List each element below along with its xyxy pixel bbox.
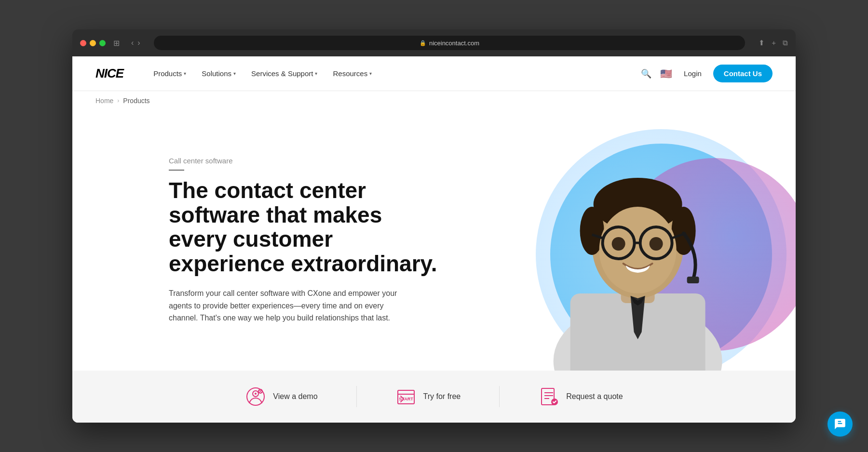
share-icon[interactable]: ⬆ <box>759 39 765 47</box>
chevron-down-icon: ▾ <box>233 71 236 76</box>
svg-point-13 <box>611 237 625 251</box>
demo-icon <box>245 386 266 407</box>
nav-products[interactable]: Products ▾ <box>147 66 193 81</box>
cta-bar: View a demo START Try for free <box>72 371 796 423</box>
browser-actions: ⬆ + ⧉ <box>759 39 788 47</box>
person-svg <box>522 130 753 371</box>
cta-demo[interactable]: View a demo <box>206 386 356 407</box>
hero-description: Transform your call center software with… <box>169 287 410 324</box>
nav-services-label: Services & Support <box>251 69 313 78</box>
cta-free-trial[interactable]: START Try for free <box>357 386 500 407</box>
language-flag[interactable]: 🇺🇸 <box>660 68 672 80</box>
svg-point-14 <box>649 237 663 251</box>
nav-products-label: Products <box>153 69 182 78</box>
lock-icon: 🔒 <box>420 40 426 46</box>
cta-demo-label: View a demo <box>273 392 317 401</box>
forward-button[interactable]: › <box>137 39 140 47</box>
main-nav: Products ▾ Solutions ▾ Services & Suppor… <box>147 66 638 81</box>
search-icon[interactable]: 🔍 <box>638 66 654 82</box>
hero-person <box>522 130 753 371</box>
url-text: niceincontact.com <box>429 40 479 47</box>
minimize-button[interactable] <box>90 40 96 46</box>
close-button[interactable] <box>80 40 86 46</box>
nav-services-support[interactable]: Services & Support ▾ <box>244 66 324 81</box>
windows-icon[interactable]: ⧉ <box>783 39 788 47</box>
cta-quote-label: Request a quote <box>566 392 623 401</box>
nav-resources-label: Resources <box>333 69 367 78</box>
nav-right: 🔍 🇺🇸 Login Contact Us <box>638 65 773 82</box>
contact-us-button[interactable]: Contact Us <box>713 65 773 82</box>
chevron-down-icon: ▾ <box>315 71 317 76</box>
breadcrumb: Home › Products <box>72 91 796 110</box>
site-logo[interactable]: NICE <box>95 66 123 81</box>
breadcrumb-separator: › <box>117 97 119 104</box>
breadcrumb-home[interactable]: Home <box>95 97 113 105</box>
back-button[interactable]: ‹ <box>131 39 134 47</box>
breadcrumb-current: Products <box>123 97 149 105</box>
hero-title: The contact center software that makes e… <box>169 178 439 276</box>
site-header: NICE Products ▾ Solutions ▾ Services & S… <box>72 56 796 91</box>
chevron-down-icon: ▾ <box>184 71 186 76</box>
hero-section: Call center software The contact center … <box>72 110 796 371</box>
website-content: NICE Products ▾ Solutions ▾ Services & S… <box>72 56 796 423</box>
hero-image-area <box>470 110 796 371</box>
chevron-down-icon: ▾ <box>369 71 372 76</box>
traffic-lights <box>80 40 106 46</box>
chat-bubble-button[interactable] <box>827 412 853 437</box>
svg-text:START: START <box>399 397 413 401</box>
sidebar-icon[interactable]: ⊞ <box>113 39 120 48</box>
address-bar[interactable]: 🔒 niceincontact.com <box>154 36 746 50</box>
svg-point-18 <box>255 393 257 395</box>
nav-solutions[interactable]: Solutions ▾ <box>195 66 243 81</box>
cta-quote[interactable]: Request a quote <box>500 386 661 407</box>
svg-rect-15 <box>687 277 699 283</box>
hero-content: Call center software The contact center … <box>72 110 470 371</box>
browser-chrome: ⊞ ‹ › 🔒 niceincontact.com ⬆ + ⧉ <box>72 29 796 56</box>
nav-resources[interactable]: Resources ▾ <box>326 66 379 81</box>
quote-icon <box>538 386 559 407</box>
add-tab-icon[interactable]: + <box>772 39 776 47</box>
browser-window: ⊞ ‹ › 🔒 niceincontact.com ⬆ + ⧉ NICE Pro… <box>72 29 796 423</box>
hero-subtitle: Call center software <box>169 157 447 171</box>
cta-free-label: Try for free <box>423 392 461 401</box>
login-button[interactable]: Login <box>678 66 707 81</box>
nav-solutions-label: Solutions <box>202 69 231 78</box>
fullscreen-button[interactable] <box>99 40 106 46</box>
browser-nav: ‹ › <box>131 39 140 47</box>
free-icon: START <box>395 386 417 407</box>
svg-point-7 <box>599 207 676 293</box>
